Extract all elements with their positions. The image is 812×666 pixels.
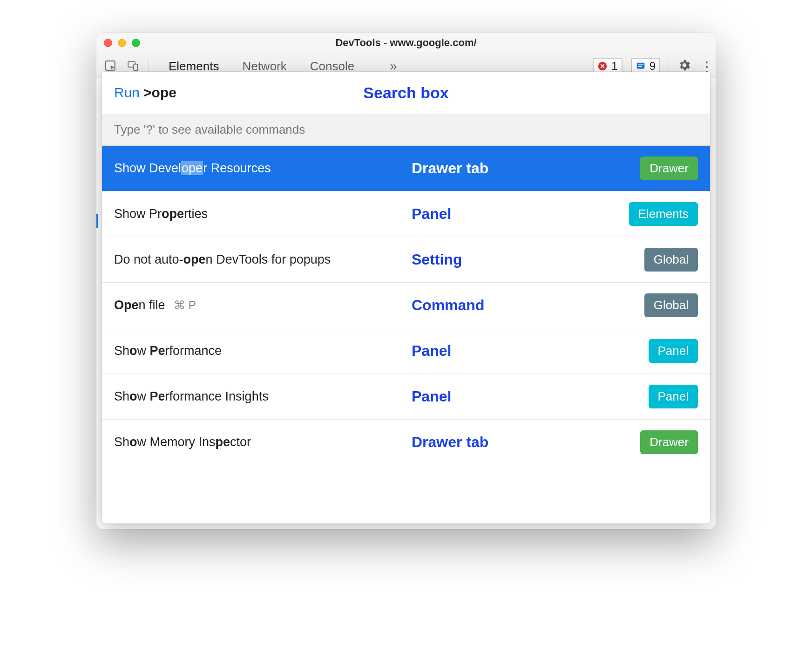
toolbar-divider [149,59,149,73]
svg-rect-6 [638,66,641,67]
command-result-label: Show Memory Inspector [114,435,251,449]
annotation-label: Drawer tab [412,160,488,177]
command-results-list: Show Developer ResourcesDrawer tabDrawer… [102,146,710,523]
run-caret: > [143,85,152,101]
devtools-window: DevTools - www.google.com/ Elements Netw… [96,33,716,529]
command-result-row[interactable]: Show Memory InspectorDrawer tabDrawer [102,420,710,465]
svg-rect-5 [638,64,643,65]
window-title: DevTools - www.google.com/ [96,37,716,49]
command-search-input[interactable]: ope [152,85,176,101]
annotation-label: Setting [412,251,462,268]
error-icon [597,61,608,71]
device-toggle-icon[interactable] [126,59,140,73]
command-result-row[interactable]: Show PerformancePanelPanel [102,328,710,374]
inspect-element-icon[interactable] [104,59,118,73]
command-menu: Run > ope Search box Type '?' to see ava… [102,72,710,523]
annotation-label: Panel [412,342,451,360]
command-result-shortcut: ⌘ P [174,299,196,312]
command-result-label: Show Performance [114,344,222,358]
annotation-search-box: Search box [102,84,710,102]
annotation-label: Panel [412,205,451,223]
command-result-label: Do not auto-open DevTools for popups [114,252,331,267]
command-hint: Type '?' to see available commands [102,114,710,146]
svg-rect-2 [134,64,138,71]
svg-rect-4 [636,63,644,69]
errors-count: 1 [611,60,617,73]
annotation-label: Drawer tab [412,434,488,451]
command-result-label: Show Properties [114,207,208,221]
minimize-window-button[interactable] [118,39,126,47]
command-result-row[interactable]: Open file⌘ PCommandGlobal [102,283,710,328]
command-result-badge: Panel [649,385,698,408]
panel-indicator [96,214,98,228]
command-result-label: Open file [114,298,165,313]
command-result-row[interactable]: Show Developer ResourcesDrawer tabDrawer [102,146,710,191]
annotation-label: Command [412,297,484,314]
run-label[interactable]: Run [114,85,140,101]
command-result-badge: Drawer [640,156,698,180]
titlebar: DevTools - www.google.com/ [96,33,716,53]
traffic-lights [96,39,140,47]
command-result-badge: Panel [649,339,698,363]
command-result-badge: Global [644,293,698,317]
command-result-row[interactable]: Show PropertiesPanelElements [102,191,710,237]
command-result-badge: Elements [629,202,698,226]
toolbar-divider [669,59,669,73]
command-result-row[interactable]: Do not auto-open DevTools for popupsSett… [102,237,710,283]
annotation-label: Panel [412,388,451,405]
command-search-row[interactable]: Run > ope Search box [102,72,710,114]
command-result-row[interactable]: Show Performance InsightsPanelPanel [102,374,710,420]
issues-count: 9 [650,60,656,73]
command-result-label: Show Performance Insights [114,389,269,404]
command-result-label: Show Developer Resources [114,161,271,176]
command-result-badge: Drawer [640,430,698,454]
command-result-badge: Global [644,248,698,272]
zoom-window-button[interactable] [132,39,140,47]
close-window-button[interactable] [104,39,112,47]
issue-icon [636,61,646,71]
